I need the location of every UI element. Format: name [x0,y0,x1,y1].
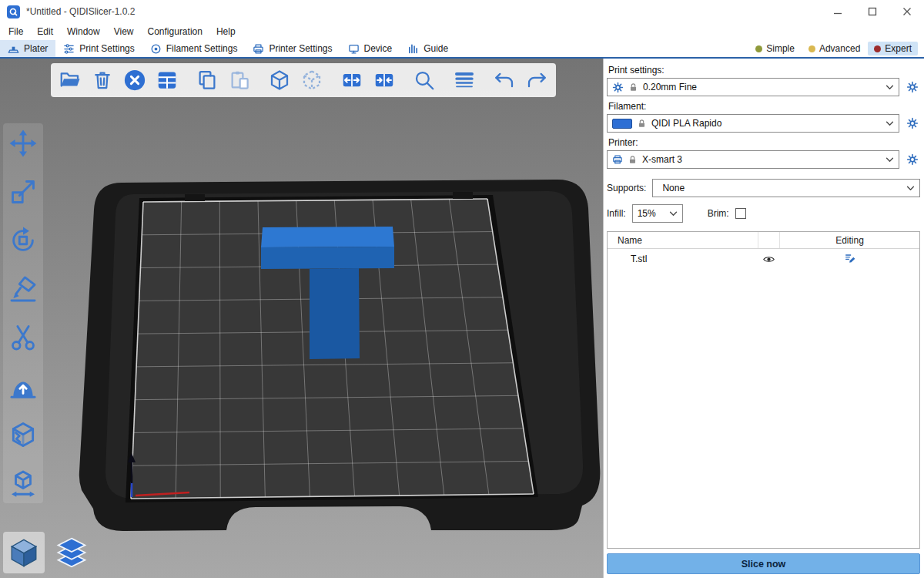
visibility-toggle[interactable] [758,253,780,266]
open-project-button[interactable] [57,67,83,93]
mode-label: Simple [766,43,795,54]
tab-label: Device [364,43,393,54]
supports-value: None [658,183,902,193]
copy-button[interactable] [194,67,220,93]
preview-layers-icon [55,536,88,569]
split-parts-icon [373,69,396,92]
menu-view[interactable]: View [107,25,141,39]
undo-button[interactable] [491,67,517,93]
lock-icon [628,82,638,92]
supports-label: Supports: [607,183,646,193]
window-controls [820,0,924,23]
tab-label: Plater [24,43,48,54]
supports-combo[interactable]: None [652,179,920,197]
filament-value: QIDI PLA Rapido [651,118,881,129]
filament-settings-icon [150,43,162,55]
edit-icon [844,253,856,265]
lock-icon [637,119,647,129]
printer-value: X-smart 3 [642,154,881,165]
lock-icon [628,155,638,165]
place-on-face-icon [8,274,38,304]
remove-instance-button[interactable] [299,67,325,93]
scale-icon [8,177,38,207]
arrange-button[interactable] [154,67,180,93]
brim-checkbox[interactable] [735,208,746,219]
move-icon [8,129,38,158]
place-on-face-button[interactable] [6,272,40,306]
seam-icon [8,420,38,449]
paint-supports-icon [8,371,38,401]
slice-now-button[interactable]: Slice now [607,553,920,574]
3d-viewport[interactable] [0,59,603,578]
copy-icon [196,69,219,92]
menu-help[interactable]: Help [209,25,243,39]
rotate-button[interactable] [6,223,40,257]
advanced-mode-dot-icon [808,45,815,52]
mode-expert[interactable]: Expert [868,42,918,55]
tab-filament-settings[interactable]: Filament Settings [142,40,246,57]
split-to-parts-button[interactable] [371,67,397,93]
chevron-down-icon [886,121,894,126]
maximize-button[interactable] [855,0,889,23]
scale-button[interactable] [6,175,40,209]
left-toolbar [3,123,43,503]
paste-button[interactable] [226,67,253,93]
redo-button[interactable] [524,67,550,93]
tab-device[interactable]: Device [340,40,400,57]
object-list-header: Name Editing [608,232,919,249]
supports-row: Supports: None [607,179,920,197]
move-button[interactable] [6,126,40,160]
split-to-objects-button[interactable] [339,67,365,93]
seam-painting-button[interactable] [6,418,40,452]
measure-icon [8,469,38,498]
main-area: Print settings: 0.20mm Fine Filament: QI… [0,59,924,578]
printer-gear-button[interactable] [905,152,920,167]
delete-button[interactable] [89,67,116,93]
close-button[interactable] [889,0,924,23]
editor-view-button[interactable] [3,532,45,573]
tab-plater[interactable]: Plater [0,40,55,57]
printer-label: Printer: [608,137,919,148]
mode-advanced[interactable]: Advanced [802,42,866,55]
minimize-button[interactable] [820,0,855,23]
print-settings-gear-button[interactable] [905,79,920,95]
menu-edit[interactable]: Edit [30,25,60,39]
tab-printer-settings[interactable]: Printer Settings [245,40,340,57]
qidislicer-window: *Untitled - QIDISlicer-1.0.2 File Edit W… [0,0,924,578]
paste-icon [228,69,251,92]
print-settings-label: Print settings: [608,65,919,76]
variable-layer-height-button[interactable] [451,67,477,93]
tab-guide[interactable]: Guide [400,40,456,57]
menu-window[interactable]: Window [60,25,107,39]
guide-icon [407,43,419,55]
filament-gear-button[interactable] [905,116,920,131]
infill-combo[interactable]: 15% [632,204,683,223]
paint-supports-button[interactable] [6,369,40,403]
printer-icon [612,154,623,165]
cut-button[interactable] [6,321,40,355]
rotate-icon [8,226,38,255]
title-bar: *Untitled - QIDISlicer-1.0.2 [0,0,924,23]
device-icon [348,43,360,55]
print-settings-combo[interactable]: 0.20mm Fine [607,78,899,96]
split-objects-icon [340,69,363,92]
tab-print-settings[interactable]: Print Settings [55,40,142,57]
search-button[interactable] [411,67,437,93]
add-instance-button[interactable] [266,67,293,93]
plater-icon [8,43,19,55]
tab-label: Print Settings [79,43,134,54]
preview-button[interactable] [51,532,92,573]
editing-button[interactable] [780,253,919,265]
undo-icon [493,69,516,92]
mode-simple[interactable]: Simple [749,42,801,55]
delete-all-button[interactable] [122,67,148,93]
printer-combo[interactable]: X-smart 3 [607,150,899,169]
filament-combo[interactable]: QIDI PLA Rapido [607,114,899,133]
menu-file[interactable]: File [2,25,30,39]
mode-label: Advanced [819,43,860,54]
menu-configuration[interactable]: Configuration [141,25,209,39]
measure-button[interactable] [6,466,40,500]
printer-row: X-smart 3 [607,150,920,169]
window-title: *Untitled - QIDISlicer-1.0.2 [26,6,135,17]
object-row[interactable]: T.stl [608,249,919,269]
